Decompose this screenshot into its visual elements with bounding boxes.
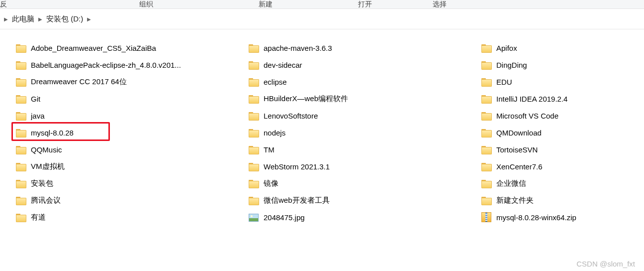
- file-name-label: 2048475.jpg: [264, 213, 305, 222]
- list-item[interactable]: QQMusic: [14, 141, 223, 158]
- file-name-label: BabelLanguagePack-eclipse-zh_4.8.0.v201.…: [31, 61, 181, 69]
- list-item[interactable]: VM虚拟机: [14, 158, 223, 175]
- folder-icon: [16, 94, 26, 104]
- zip-file-icon: [481, 212, 491, 222]
- list-item[interactable]: Adobe_Dreamweaver_CS5_XiaZaiBa: [14, 39, 223, 56]
- toolbar-crop-left: 反: [0, 0, 7, 9]
- list-item[interactable]: Apifox: [479, 39, 644, 56]
- list-item[interactable]: 2048475.jpg: [247, 209, 456, 226]
- list-item[interactable]: nodejs: [247, 124, 456, 141]
- folder-icon: [249, 128, 259, 137]
- list-item[interactable]: 腾讯会议: [14, 192, 223, 209]
- toolbar-group-new: 新建: [259, 0, 273, 9]
- folder-icon: [249, 195, 259, 205]
- folder-icon: [481, 178, 491, 188]
- list-item[interactable]: mysql-8.0.28: [14, 124, 223, 141]
- folder-icon: [16, 178, 26, 188]
- folder-icon: [16, 111, 26, 121]
- folder-icon: [16, 212, 26, 222]
- folder-icon: [481, 111, 491, 121]
- list-item[interactable]: 新建文件夹: [479, 192, 644, 209]
- list-item[interactable]: 企业微信: [479, 175, 644, 192]
- list-item[interactable]: LenovoSoftstore: [247, 107, 456, 124]
- chevron-right-icon[interactable]: ▶: [4, 16, 8, 22]
- folder-icon: [249, 60, 259, 70]
- file-name-label: IntelliJ IDEA 2019.2.4: [496, 95, 567, 103]
- list-item[interactable]: IntelliJ IDEA 2019.2.4: [479, 90, 644, 107]
- toolbar-group-organize: 组织: [139, 0, 153, 9]
- breadcrumb[interactable]: ▶ 此电脑 ▶ 安装包 (D:) ▶: [0, 9, 644, 29]
- list-item[interactable]: dev-sidecar: [247, 56, 456, 73]
- folder-icon: [481, 195, 491, 205]
- file-name-label: EDU: [496, 78, 512, 86]
- list-item[interactable]: WebStorm 2021.3.1: [247, 158, 456, 175]
- file-name-label: 腾讯会议: [31, 196, 61, 205]
- breadcrumb-label: 安装包 (D:): [46, 14, 83, 24]
- folder-icon: [16, 128, 26, 137]
- chevron-right-icon[interactable]: ▶: [38, 16, 42, 22]
- file-name-label: mysql-8.0.28: [31, 129, 74, 137]
- list-item[interactable]: BabelLanguagePack-eclipse-zh_4.8.0.v201.…: [14, 56, 223, 73]
- list-item[interactable]: mysql-8.0.28-winx64.zip: [479, 209, 644, 226]
- folder-icon: [249, 178, 259, 188]
- file-name-label: Apifox: [496, 44, 517, 52]
- ribbon-toolbar: 反 组织 新建 打开 选择: [0, 0, 644, 9]
- file-name-label: TortoiseSVN: [496, 145, 538, 154]
- folder-icon: [249, 77, 259, 87]
- list-item[interactable]: 安装包: [14, 175, 223, 192]
- file-list: Adobe_Dreamweaver_CS5_XiaZaiBaBabelLangu…: [0, 29, 644, 229]
- list-item[interactable]: DingDing: [479, 56, 644, 73]
- list-item[interactable]: Git: [14, 90, 223, 107]
- list-item[interactable]: EDU: [479, 73, 644, 90]
- file-name-label: 企业微信: [496, 179, 526, 188]
- file-name-label: WebStorm 2021.3.1: [264, 162, 330, 171]
- chevron-right-icon[interactable]: ▶: [87, 16, 91, 22]
- folder-icon: [481, 43, 491, 53]
- file-name-label: 安装包: [31, 179, 53, 188]
- list-item[interactable]: HBuilderX—web编程软件: [247, 90, 456, 107]
- folder-icon: [249, 43, 259, 53]
- folder-icon: [16, 144, 26, 154]
- folder-icon: [481, 128, 491, 137]
- watermark: CSDN @slom_fxt: [576, 260, 635, 268]
- list-item[interactable]: Microsoft VS Code: [479, 107, 644, 124]
- folder-icon: [16, 161, 26, 171]
- folder-icon: [16, 195, 26, 205]
- file-name-label: LenovoSoftstore: [264, 112, 318, 120]
- folder-icon: [249, 161, 259, 171]
- toolbar-group-select: 选择: [433, 0, 447, 9]
- folder-icon: [249, 111, 259, 121]
- file-name-label: eclipse: [264, 78, 287, 86]
- folder-icon: [249, 94, 259, 104]
- folder-icon: [16, 60, 26, 70]
- folder-icon: [16, 43, 26, 53]
- list-item[interactable]: 有道: [14, 209, 223, 226]
- file-name-label: java: [31, 112, 45, 120]
- image-file-icon: [249, 214, 259, 222]
- list-item[interactable]: 镜像: [247, 175, 456, 192]
- list-item[interactable]: TM: [247, 141, 456, 158]
- file-name-label: QMDownload: [496, 129, 542, 137]
- file-name-label: Adobe_Dreamweaver_CS5_XiaZaiBa: [31, 44, 156, 52]
- file-name-label: VM虚拟机: [31, 162, 65, 171]
- breadcrumb-label: 此电脑: [12, 14, 34, 24]
- file-name-label: apache-maven-3.6.3: [264, 44, 332, 52]
- folder-icon: [481, 77, 491, 87]
- list-item[interactable]: 微信web开发者工具: [247, 192, 456, 209]
- file-name-label: XenCenter7.6: [496, 162, 543, 171]
- list-item[interactable]: Dreamweaver CC 2017 64位: [14, 73, 223, 90]
- folder-icon: [481, 144, 491, 154]
- file-name-label: dev-sidecar: [264, 61, 302, 69]
- breadcrumb-segment-drive-d[interactable]: 安装包 (D:): [44, 14, 85, 24]
- list-item[interactable]: QMDownload: [479, 124, 644, 141]
- list-item[interactable]: eclipse: [247, 73, 456, 90]
- list-item[interactable]: XenCenter7.6: [479, 158, 644, 175]
- list-item[interactable]: TortoiseSVN: [479, 141, 644, 158]
- folder-icon: [16, 77, 26, 87]
- breadcrumb-segment-this-pc[interactable]: 此电脑: [10, 14, 36, 24]
- file-name-label: 微信web开发者工具: [264, 196, 330, 205]
- list-item[interactable]: java: [14, 107, 223, 124]
- file-name-label: mysql-8.0.28-winx64.zip: [496, 213, 576, 222]
- file-name-label: QQMusic: [31, 145, 62, 154]
- list-item[interactable]: apache-maven-3.6.3: [247, 39, 456, 56]
